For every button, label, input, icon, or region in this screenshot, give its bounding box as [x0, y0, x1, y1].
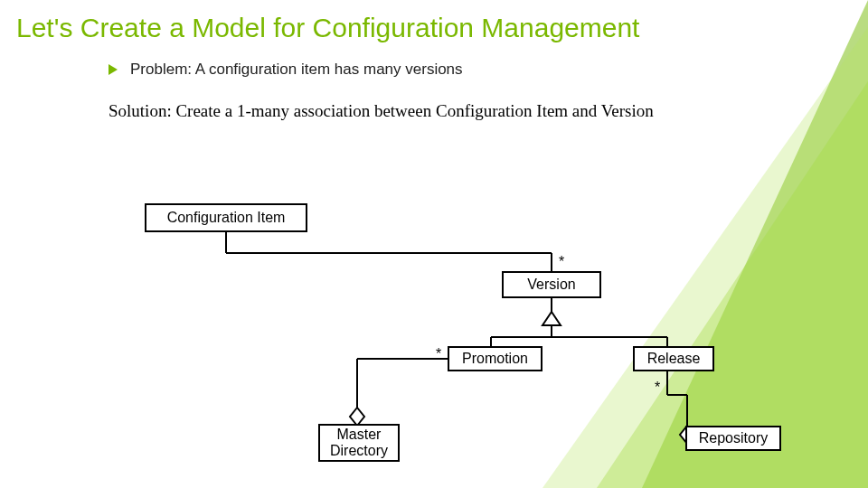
multiplicity-star-version: * [559, 254, 564, 270]
uml-diagram: Configuration Item Version Promotion Rel… [0, 194, 868, 465]
box-promotion: Promotion [448, 346, 542, 371]
multiplicity-star-release: * [655, 380, 660, 396]
svg-marker-7 [542, 312, 561, 325]
svg-marker-14 [350, 408, 364, 426]
problem-text: Problem: A configuration item has many v… [130, 61, 463, 79]
multiplicity-star-promotion: * [436, 346, 441, 362]
box-repository: Repository [685, 426, 781, 451]
box-configuration-item: Configuration Item [145, 203, 307, 232]
box-release: Release [633, 346, 714, 371]
box-master-directory: Master Directory [318, 424, 400, 462]
diagram-connectors [0, 194, 868, 465]
bullet-arrow-icon [108, 64, 118, 75]
box-version: Version [502, 271, 601, 298]
